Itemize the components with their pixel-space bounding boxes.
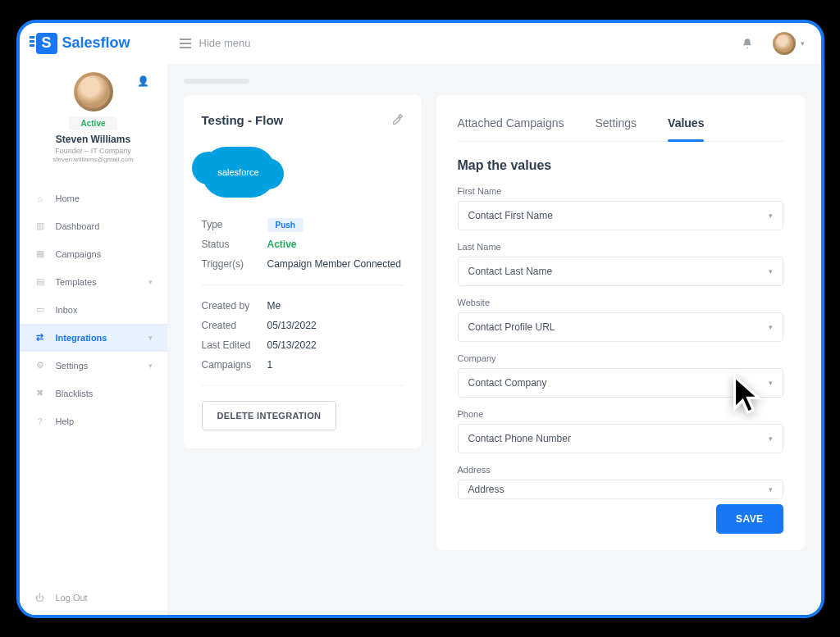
avatar [773, 32, 796, 55]
delete-integration-button[interactable]: DELETE INTEGRATION [202, 401, 337, 430]
integration-details-card: Testing - Flow salesforce TypePush Statu… [184, 95, 422, 448]
last-edited-label: Last Edited [202, 339, 267, 351]
progress-stub [184, 79, 249, 84]
type-badge: Push [267, 218, 304, 232]
sidebar-item-campaigns[interactable]: ▦Campaigns [20, 240, 167, 268]
last-name-label: Last Name [458, 242, 783, 252]
chevron-down-icon: ▾ [769, 435, 773, 443]
template-icon: ▤ [34, 276, 46, 288]
last-name-select[interactable]: Contact Last Name▾ [458, 257, 783, 286]
profile-block: 👤 Active Steven Williams Founder – IT Co… [20, 72, 167, 178]
sidebar-item-templates[interactable]: ▤Templates▾ [20, 268, 167, 296]
sidebar: 👤 Active Steven Williams Founder – IT Co… [20, 64, 167, 615]
chevron-down-icon: ▾ [769, 212, 773, 220]
user-menu[interactable]: ▾ [773, 32, 805, 55]
chevron-down-icon: ▾ [148, 362, 153, 370]
created-by-label: Created by [202, 300, 267, 312]
status-badge: Active [69, 116, 116, 130]
integration-title: Testing - Flow [202, 113, 284, 127]
app-frame: S Salesflow Hide menu ▾ 👤 Active Steven … [16, 20, 824, 618]
inbox-icon: ▭ [34, 304, 46, 316]
tab-attached-campaigns[interactable]: Attached Campaigns [458, 110, 564, 141]
chart-icon: ▥ [34, 221, 46, 232]
user-name: Steven Williams [56, 134, 130, 145]
website-label: Website [458, 298, 783, 307]
nav: ⌂Home ▥Dashboard ▦Campaigns ▤Templates▾ … [20, 184, 167, 435]
tab-settings[interactable]: Settings [595, 110, 637, 141]
person-icon[interactable]: 👤 [137, 75, 149, 87]
gear-icon: ⚙ [34, 360, 46, 371]
created-value: 05/13/2022 [267, 320, 317, 331]
help-icon: ? [34, 416, 46, 427]
address-label: Address [458, 465, 783, 475]
address-select[interactable]: Address▾ [458, 480, 783, 499]
first-name-select[interactable]: Contact First Name▾ [458, 201, 783, 230]
website-select[interactable]: Contact Profile URL▾ [458, 312, 783, 342]
first-name-label: First Name [458, 186, 783, 196]
phone-select[interactable]: Contact Phone Number▾ [458, 424, 783, 453]
last-edited-value: 05/13/2022 [267, 339, 317, 351]
type-label: Type [202, 219, 267, 230]
save-button[interactable]: SAVE [716, 504, 783, 534]
salesforce-logo: salesforce [202, 147, 276, 198]
chevron-down-icon: ▾ [148, 278, 153, 286]
campaigns-value: 1 [267, 359, 273, 371]
created-label: Created [202, 320, 267, 331]
user-email: steven.williams@gmail.com [52, 156, 133, 163]
bell-icon[interactable] [742, 38, 753, 49]
sidebar-item-inbox[interactable]: ▭Inbox [20, 296, 167, 324]
chevron-down-icon: ▾ [769, 379, 773, 387]
campaigns-label: Campaigns [202, 359, 267, 371]
values-card: Attached Campaigns Settings Values Map t… [436, 95, 805, 550]
company-select[interactable]: Contact Company▾ [458, 368, 783, 398]
avatar[interactable] [74, 72, 113, 111]
user-role: Founder – IT Company [55, 147, 130, 155]
content-area: Testing - Flow salesforce TypePush Statu… [167, 64, 821, 615]
edit-icon[interactable] [392, 114, 404, 125]
brand-name: Salesflow [62, 34, 130, 52]
integrations-icon: ⇄ [34, 332, 46, 344]
logo-icon: S [36, 33, 57, 54]
chevron-down-icon: ▾ [148, 334, 153, 342]
sidebar-item-help[interactable]: ?Help [20, 407, 167, 435]
status-label: Status [202, 239, 267, 250]
triggers-value: Campaign Member Connected [267, 258, 401, 270]
chevron-down-icon: ▾ [769, 323, 773, 331]
logout-button[interactable]: ⏻Log Out [20, 580, 167, 615]
hide-menu-label: Hide menu [199, 37, 251, 49]
home-icon: ⌂ [34, 193, 46, 204]
topbar: S Salesflow Hide menu ▾ [20, 23, 821, 64]
tab-values[interactable]: Values [668, 110, 704, 141]
company-label: Company [458, 353, 783, 363]
status-value: Active [267, 239, 297, 250]
logout-icon: ⏻ [34, 592, 46, 603]
logo[interactable]: S Salesflow [36, 33, 130, 54]
chevron-down-icon: ▾ [769, 485, 773, 494]
tabs: Attached Campaigns Settings Values [458, 110, 783, 142]
map-values-title: Map the values [458, 158, 783, 173]
sidebar-item-blacklists[interactable]: ✖Blacklists [20, 380, 167, 407]
sidebar-item-settings[interactable]: ⚙Settings▾ [20, 352, 167, 380]
hide-menu-toggle[interactable]: Hide menu [180, 37, 251, 49]
sidebar-item-integrations[interactable]: ⇄Integrations▾ [20, 324, 167, 352]
hamburger-icon [180, 39, 191, 48]
created-by-value: Me [267, 300, 281, 312]
blacklist-icon: ✖ [34, 388, 46, 399]
triggers-label: Trigger(s) [202, 258, 267, 270]
sidebar-item-dashboard[interactable]: ▥Dashboard [20, 212, 167, 240]
grid-icon: ▦ [34, 248, 46, 260]
phone-label: Phone [458, 409, 783, 419]
chevron-down-icon: ▾ [769, 267, 773, 275]
sidebar-item-home[interactable]: ⌂Home [20, 184, 167, 212]
chevron-down-icon: ▾ [801, 39, 805, 48]
